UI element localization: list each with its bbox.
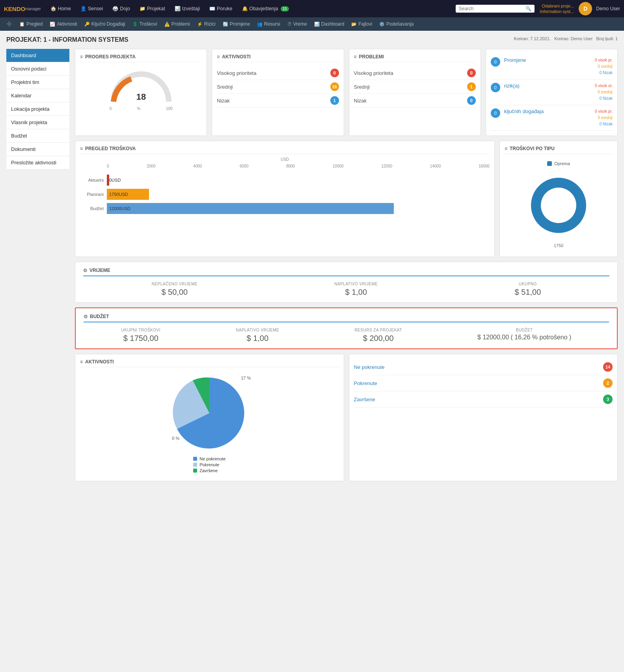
- troskovi-chart-card: ≡ PREGLED TROŠKOVA USD 0 2000 4000 6000 …: [75, 141, 495, 257]
- bar-row-budzet: Budžet 12000USD: [80, 203, 490, 214]
- aktivnosti-row-mid: Srednji 16: [217, 80, 339, 94]
- legend-pokrenute: Pokrenute: [193, 462, 225, 467]
- problemi-icon: ⚠️: [164, 22, 170, 27]
- second-nav-podesavanja[interactable]: ⚙️ Podešavanja: [376, 20, 417, 28]
- stat-ukupni-troskovi: UKUPNI TROŠKOVI $ 1750,00: [121, 328, 161, 343]
- second-nav-kljucni[interactable]: 🔑 Ključni Događaji: [81, 20, 129, 28]
- search-input[interactable]: [459, 6, 523, 11]
- budzet-header: ⊙ BUDŽET: [84, 314, 609, 322]
- sidebar-item-lokacija[interactable]: Lokacija projekta: [6, 102, 69, 116]
- problemi-card: ≡ PROBLEMI Visokog prioriteta 0 Srednji …: [349, 49, 481, 136]
- problemi-badge-low: 0: [467, 96, 476, 105]
- second-nav-fajlovi[interactable]: 📂 Fajlovi: [348, 20, 375, 28]
- legend-ne-pokrenute: Ne pokrenute: [193, 456, 225, 461]
- kljucni-link[interactable]: ključnih događaja: [504, 108, 591, 114]
- troskovi-icon: 💲: [132, 22, 138, 27]
- podesavanja-icon: ⚙️: [379, 22, 385, 27]
- sidebar-item-preslozite[interactable]: Presložite aktivnosti: [6, 156, 69, 169]
- nav-poruke[interactable]: ✉️ Poruke: [205, 4, 237, 14]
- second-nav-troskovi[interactable]: 💲 Troškovi: [129, 20, 160, 28]
- status-badge-ne: 14: [603, 362, 613, 372]
- dashboard-icon: 📊: [314, 22, 320, 27]
- right-panel-card: 0 Promjene 0 visok pr. 0 srednji 0 Nizak…: [486, 49, 618, 136]
- top-navigation: KENDO manager 🏠 Home 👤 Sensei 🥋 Dojo 📁 P…: [0, 0, 624, 17]
- donut-title-icon: ≡: [505, 146, 507, 151]
- vreme-icon: ⏱: [287, 22, 292, 26]
- status-row-pokrenute: Pokrenute 2: [354, 375, 613, 391]
- logo-sub: manager: [25, 7, 41, 11]
- logo[interactable]: KENDO manager: [4, 6, 41, 12]
- bar-chart-area: Aktuelni 0USD Planirani: [80, 168, 490, 220]
- bar-row-planirani: Planirani 1750USD: [80, 189, 490, 200]
- pie-container: 17 % 0 % Ne pokrenute Pokrenute: [80, 370, 339, 476]
- second-nav-rizici[interactable]: ⚡ Rizici: [194, 20, 219, 28]
- bar-row-aktuelni: Aktuelni 0USD: [80, 175, 490, 186]
- project-meta: Kreiran: 7.12.2021. Kreirao: Demo User B…: [514, 36, 618, 41]
- right-row-kljucni: 0 ključnih događaja 0 visok pr. 0 srednj…: [491, 105, 613, 131]
- right-row-rizik: 0 rizik(a) 0 visok ut. 0 srednji 0 Nizak: [491, 80, 613, 105]
- nav-izvestaji[interactable]: 📊 Izveštaji: [171, 4, 204, 14]
- pie-chart-area: 17 % 0 %: [170, 374, 249, 452]
- donut-card: ≡ TROŠKOVI PO TIPU Oprema: [499, 141, 618, 257]
- budzet-icon: ⊙: [84, 314, 88, 319]
- aktivnosti-bottom-card: ≡ AKTIVNOSTI: [75, 354, 344, 481]
- sidebar-item-osnovni[interactable]: Osnovni podaci: [6, 62, 69, 76]
- avatar[interactable]: D: [579, 2, 592, 15]
- search-box[interactable]: 🔍: [456, 5, 535, 13]
- bar-aktuelni-container: 0USD: [107, 175, 490, 186]
- clock-icon: ⊙: [83, 268, 87, 273]
- second-nav-pregled[interactable]: 📋 Pregled: [16, 20, 46, 28]
- nav-obavjestenja[interactable]: 🔔 Obavještenja 15: [238, 4, 293, 14]
- sensei-icon: 👤: [80, 6, 86, 11]
- sidebar-item-tim[interactable]: Projektni tim: [6, 76, 69, 89]
- status-row-zavrsene: Završene 3: [354, 391, 613, 408]
- status-badge-za: 3: [603, 395, 613, 404]
- nav-projekat[interactable]: 📁 Projekat: [136, 4, 169, 14]
- user-name: Demo User: [596, 6, 620, 11]
- legend-dot: [547, 161, 552, 166]
- nav-sensei[interactable]: 👤 Sensei: [76, 4, 107, 14]
- sidebar-item-dashboard[interactable]: Dashboard: [6, 49, 69, 62]
- dojo-icon: 🥋: [112, 6, 118, 11]
- aktivnosti-bottom-title: ≡ AKTIVNOSTI: [80, 359, 339, 367]
- problemi-row-low: Nizak 0: [354, 94, 476, 108]
- main-layout: Dashboard Osnovni podaci Projektni tim K…: [6, 49, 618, 481]
- x-axis: 0 2000 4000 6000 8000 10000 12000 14000 …: [80, 164, 490, 168]
- gauge-labels: 0 % 100: [110, 106, 173, 111]
- sidebar-item-budzet[interactable]: Budžet: [6, 129, 69, 143]
- second-nav-resursi[interactable]: 👥 Resursi: [254, 20, 283, 28]
- stat-resurs: RESURS ZA PROJEKAT $ 200,00: [354, 328, 402, 343]
- legend-dot-zavrsene: [193, 469, 197, 473]
- gauge-container: 18 0 % 100: [80, 66, 202, 115]
- status-label-ne[interactable]: Ne pokrenute: [354, 364, 385, 370]
- troskovi-title-icon: ≡: [80, 146, 83, 151]
- kljucni-icon: 🔑: [84, 22, 90, 27]
- rizik-link[interactable]: rizik(a): [504, 83, 591, 89]
- nav-home[interactable]: 🏠 Home: [47, 4, 75, 14]
- plus-icon: ➕: [6, 21, 12, 27]
- second-nav-plus[interactable]: ➕: [3, 20, 15, 28]
- second-nav-dashboard[interactable]: 📊 Dashboard: [311, 20, 348, 28]
- search-icon: 🔍: [525, 6, 531, 11]
- budzet-stats: UKUPNI TROŠKOVI $ 1750,00 NAPLATIVO VRIJ…: [84, 328, 609, 343]
- nav-dojo[interactable]: 🥋 Dojo: [108, 4, 134, 14]
- promjene-link[interactable]: Promjene: [504, 57, 591, 63]
- sidebar-item-kalendar[interactable]: Kalendar: [6, 89, 69, 102]
- sidebar-item-vlasnik[interactable]: Vlasnik projekta: [6, 116, 69, 129]
- sidebar-item-dokumenti[interactable]: Dokumenti: [6, 143, 69, 156]
- legend-dot-ne-pokrenute: [193, 457, 197, 461]
- promjene-count-icon: 0: [491, 57, 500, 67]
- promjene-icon: 🔄: [223, 22, 228, 27]
- second-nav-aktivnosti[interactable]: 📈 Aktivnosti: [47, 20, 80, 28]
- content-area: ≡ PROGRES PROJEKTA 18 0: [75, 49, 618, 481]
- status-label-za[interactable]: Završene: [354, 396, 375, 402]
- sidebar: Dashboard Osnovni podaci Projektni tim K…: [6, 49, 69, 481]
- second-nav-promjene[interactable]: 🔄 Promjene: [220, 20, 253, 28]
- svg-point-2: [541, 188, 576, 223]
- gauge-chart: 18: [110, 70, 173, 106]
- status-label-po[interactable]: Pokrenute: [354, 380, 377, 386]
- bar-budzet-fill: 12000USD: [107, 203, 394, 214]
- second-nav-vreme[interactable]: ⏱ Vreme: [284, 20, 310, 28]
- aktivnosti-badge-high: 0: [330, 69, 339, 77]
- second-nav-problemi[interactable]: ⚠️ Problemi: [161, 20, 193, 28]
